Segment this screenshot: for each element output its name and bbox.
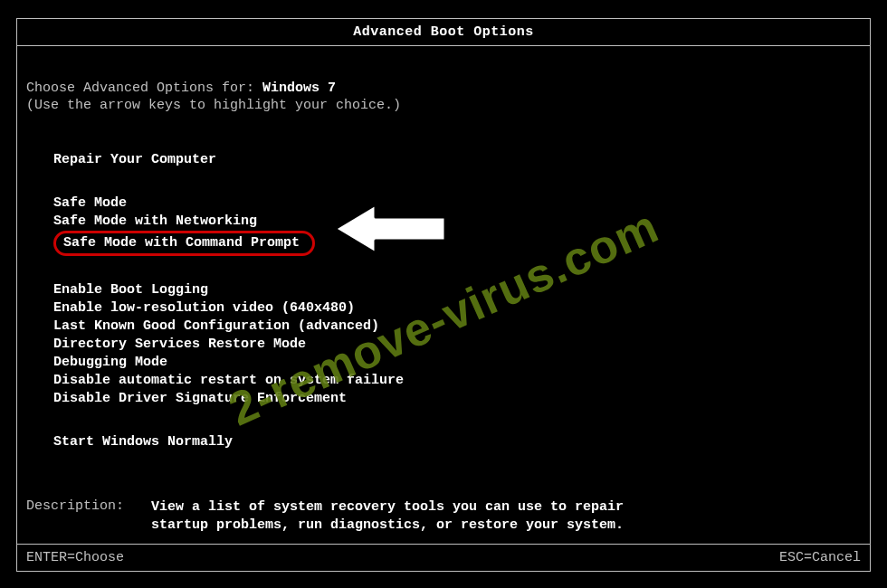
footer-bar: ENTER=Choose ESC=Cancel xyxy=(17,544,870,571)
description-text: View a list of system recovery tools you… xyxy=(151,498,658,535)
menu-item-safe-mode[interactable]: Safe Mode xyxy=(53,194,861,213)
footer-right-hint: ESC=Cancel xyxy=(779,550,861,565)
menu-item-safe-mode-cmd[interactable]: Safe Mode with Command Prompt xyxy=(53,231,861,256)
intro-line-1: Choose Advanced Options for: Windows 7 xyxy=(26,81,861,96)
intro-prefix: Choose Advanced Options for: xyxy=(26,81,262,96)
menu-item-repair[interactable]: Repair Your Computer xyxy=(53,151,861,169)
menu-item-last-known-good[interactable]: Last Known Good Configuration (advanced) xyxy=(53,318,861,336)
content: Choose Advanced Options for: Windows 7 (… xyxy=(17,46,870,535)
page-title: Advanced Boot Options xyxy=(17,19,870,46)
intro-line-2: (Use the arrow keys to highlight your ch… xyxy=(26,98,861,113)
menu-item-safe-mode-cmd-label: Safe Mode with Command Prompt xyxy=(53,231,315,256)
boot-menu[interactable]: Repair Your Computer Safe Mode Safe Mode… xyxy=(26,151,861,451)
menu-item-low-res[interactable]: Enable low-resolution video (640x480) xyxy=(53,299,861,318)
description-label: Description: xyxy=(26,498,135,535)
os-name: Windows 7 xyxy=(262,81,336,96)
menu-item-disable-restart[interactable]: Disable automatic restart on system fail… xyxy=(53,372,861,390)
menu-item-boot-logging[interactable]: Enable Boot Logging xyxy=(53,281,861,299)
menu-item-start-normal[interactable]: Start Windows Normally xyxy=(53,433,861,451)
menu-item-debugging[interactable]: Debugging Mode xyxy=(53,354,861,372)
menu-item-ds-restore[interactable]: Directory Services Restore Mode xyxy=(53,336,861,354)
menu-item-disable-sig[interactable]: Disable Driver Signature Enforcement xyxy=(53,390,861,408)
menu-item-safe-mode-net[interactable]: Safe Mode with Networking xyxy=(53,213,861,231)
boot-screen: Advanced Boot Options Choose Advanced Op… xyxy=(16,18,871,572)
description-block: Description: View a list of system recov… xyxy=(26,498,861,535)
footer-left-hint: ENTER=Choose xyxy=(26,550,124,565)
